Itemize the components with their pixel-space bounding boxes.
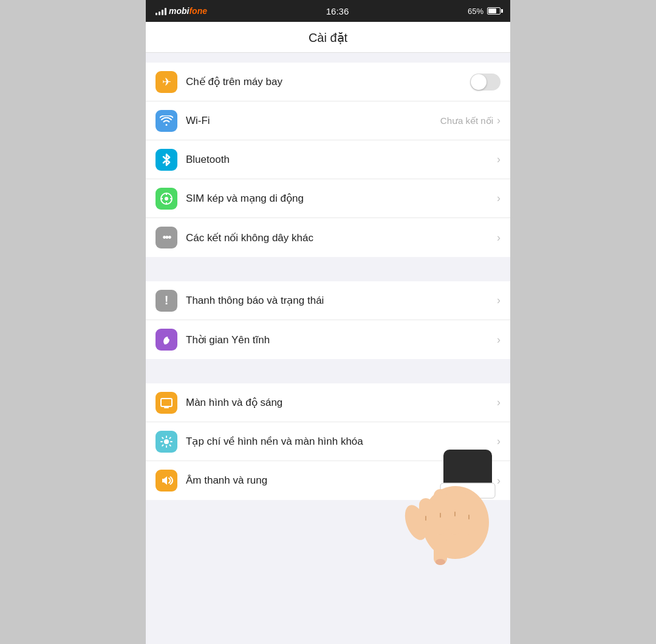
sim-chevron: › (497, 192, 501, 205)
wallpaper-label: Tạp chí về hình nền và màn hình khóa (186, 435, 497, 448)
phone-frame: mobifone 16:36 65% Cài đặt ✈ Chế độ trên… (146, 0, 510, 644)
sim-row[interactable]: SIM kép và mạng di động › (146, 179, 510, 218)
wifi-row[interactable]: Wi-Fi Chưa kết nối › (146, 101, 510, 140)
airplane-toggle[interactable] (470, 74, 501, 91)
wireless-row[interactable]: ••• Các kết nối không dây khác › (146, 218, 510, 257)
wireless-icon: ••• (155, 227, 177, 248)
sound-icon (155, 470, 177, 492)
screen-chevron: › (497, 396, 501, 409)
quiet-label: Thời gian Yên tĩnh (186, 334, 497, 346)
screen-icon (155, 392, 177, 414)
airplane-icon: ✈ (155, 71, 177, 93)
wallpaper-row[interactable]: Tạp chí về hình nền và màn hình khóa › (146, 422, 510, 461)
status-right: 65% (468, 7, 501, 16)
battery-fill (488, 9, 496, 13)
svg-point-9 (164, 439, 169, 444)
bluetooth-row[interactable]: Bluetooth › (146, 140, 510, 179)
sound-row[interactable]: Âm thanh và rung › (146, 461, 510, 500)
battery-percent: 65% (468, 7, 483, 16)
svg-rect-6 (161, 399, 172, 406)
wifi-chevron: › (497, 114, 501, 127)
page-title-bar: Cài đặt (146, 22, 510, 53)
settings-group-notifications: ! Thanh thông báo và trạng thái › Thời g… (146, 281, 510, 359)
wifi-icon (155, 110, 177, 132)
screen-row[interactable]: Màn hình và độ sáng › (146, 383, 510, 422)
screen-label: Màn hình và độ sáng (186, 396, 497, 409)
bluetooth-chevron: › (497, 153, 501, 166)
bluetooth-icon (155, 149, 177, 171)
sound-chevron: › (497, 474, 501, 487)
bluetooth-label: Bluetooth (186, 154, 497, 166)
notification-icon: ! (155, 290, 177, 312)
wifi-label: Wi-Fi (186, 115, 440, 127)
notifications-chevron: › (497, 294, 501, 307)
carrier-name: mobifone (169, 6, 207, 16)
wifi-status: Chưa kết nối (440, 115, 493, 126)
signal-bars (155, 7, 166, 15)
wireless-label: Các kết nối không dây khác (186, 231, 497, 244)
settings-group-connectivity: ✈ Chế độ trên máy bay Wi-Fi Chưa (146, 63, 510, 257)
battery-icon (487, 7, 501, 15)
wallpaper-chevron: › (497, 435, 501, 448)
sim-icon (155, 188, 177, 210)
notifications-label: Thanh thông báo và trạng thái (186, 294, 497, 307)
status-bar: mobifone 16:36 65% (146, 0, 510, 22)
toggle-knob (471, 74, 487, 90)
quiet-row[interactable]: Thời gian Yên tĩnh › (146, 320, 510, 359)
svg-point-1 (165, 197, 168, 200)
airplane-label: Chế độ trên máy bay (186, 75, 470, 88)
settings-group-display: Màn hình và độ sáng › Tạp chí về hình nề… (146, 383, 510, 500)
airplane-mode-row[interactable]: ✈ Chế độ trên máy bay (146, 63, 510, 101)
sim-label: SIM kép và mạng di động (186, 192, 497, 205)
status-left: mobifone (155, 6, 207, 16)
settings-content: ✈ Chế độ trên máy bay Wi-Fi Chưa (146, 53, 510, 644)
time-display: 16:36 (326, 6, 349, 16)
notifications-row[interactable]: ! Thanh thông báo và trạng thái › (146, 281, 510, 320)
wallpaper-icon (155, 431, 177, 453)
page-title: Cài đặt (146, 30, 510, 45)
sound-label: Âm thanh và rung (186, 474, 497, 487)
quiet-chevron: › (497, 334, 501, 346)
wireless-chevron: › (497, 231, 501, 244)
quiet-icon (155, 329, 177, 351)
